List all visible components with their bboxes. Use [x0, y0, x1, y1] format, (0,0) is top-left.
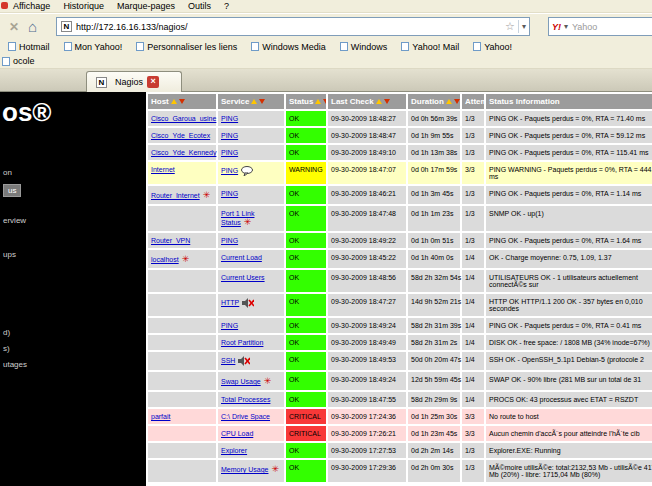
- table-row: parfait C:\ Drive Space CRITICAL 09-30-2…: [148, 409, 652, 424]
- attempt-cell: 1/3: [462, 443, 484, 458]
- service-link[interactable]: HTTP: [221, 299, 239, 306]
- sidebar-item-active[interactable]: us: [3, 184, 21, 197]
- status-info-cell: DISK OK - free space: / 1808 MB (34% ino…: [486, 335, 652, 350]
- menu-outils[interactable]: Outils: [188, 1, 211, 11]
- sort-ascending-icon[interactable]: [376, 99, 382, 104]
- nagios-sidebar: os® on us erview ups d) s) utages: [0, 92, 146, 486]
- bookmark-item[interactable]: Windows Media: [251, 42, 326, 52]
- home-icon[interactable]: ⌂: [28, 19, 37, 34]
- table-row: SSH OK 09-30-2009 18:49:53 50d 0h 20m 47…: [148, 352, 652, 370]
- sidebar-item[interactable]: d): [3, 328, 10, 337]
- host-link[interactable]: Cisco_Yde_Kennedy: [151, 149, 216, 156]
- service-link[interactable]: PING: [221, 115, 238, 122]
- search-engine-dropdown-icon[interactable]: ▾: [564, 22, 568, 31]
- service-link[interactable]: Current Load: [221, 254, 262, 261]
- bookmark-item[interactable]: ocole: [2, 56, 35, 66]
- sort-descending-icon[interactable]: [384, 99, 390, 104]
- comment-icon[interactable]: [241, 166, 255, 176]
- status-info-cell: PING OK - Paquets perdus = 0%, RTA = 115…: [486, 145, 652, 160]
- service-link[interactable]: Total Processes: [221, 396, 270, 403]
- sort-ascending-icon[interactable]: [315, 99, 321, 104]
- header-label: Duration: [411, 97, 444, 106]
- sort-ascending-icon[interactable]: [446, 99, 452, 104]
- sort-descending-icon[interactable]: [323, 99, 326, 104]
- service-link[interactable]: Memory Usage: [221, 466, 268, 473]
- status-info-cell: PING OK - Paquets perdus = 0%, RTA = 59.…: [486, 128, 652, 143]
- status-info-cell: PING WARNING - Paquets perdus = 0%, RTA …: [486, 162, 652, 184]
- tab-close-icon[interactable]: ×: [147, 76, 159, 88]
- menu-help[interactable]: ?: [224, 1, 229, 11]
- host-link[interactable]: localhost: [151, 256, 179, 263]
- bookmark-item[interactable]: Yahoo! Mail: [401, 42, 459, 52]
- bookmark-item[interactable]: Yahoo!: [473, 42, 512, 52]
- menu-affichage[interactable]: Affichage: [13, 1, 50, 11]
- service-link[interactable]: C:\ Drive Space: [221, 413, 270, 420]
- sidebar-item[interactable]: ups: [3, 250, 16, 259]
- service-link[interactable]: PING: [221, 149, 238, 156]
- sort-ascending-icon[interactable]: [171, 99, 177, 104]
- stop-icon[interactable]: ✕: [9, 20, 19, 34]
- sidebar-item[interactable]: erview: [3, 216, 26, 225]
- status-info-cell: PING OK - Paquets perdus = 0%, RTA = 1.6…: [486, 233, 652, 248]
- sort-descending-icon[interactable]: [454, 99, 460, 104]
- host-link[interactable]: Cisco_Yde_Ecotex: [151, 132, 210, 139]
- last-check-cell: 09-30-2009 18:45:22: [328, 250, 406, 268]
- bookmark-icon: [64, 42, 72, 51]
- browser-window: Affichage Historique Marque-pages Outils…: [0, 0, 652, 486]
- bookmark-icon: [340, 42, 348, 51]
- status-badge: OK: [286, 111, 326, 126]
- bookmark-item[interactable]: Personnaliser les liens: [136, 42, 237, 52]
- bookmark-star-icon[interactable]: ☆: [502, 20, 518, 33]
- bookmark-item[interactable]: Hotmail: [8, 42, 50, 52]
- host-link[interactable]: Router_VPN: [151, 237, 190, 244]
- service-link[interactable]: Swap Usage: [221, 378, 261, 385]
- service-link[interactable]: Explorer: [221, 447, 247, 454]
- status-badge: OK: [286, 460, 326, 482]
- attempt-cell: 1/4: [462, 250, 484, 268]
- last-check-cell: 09-30-2009 17:27:53: [328, 443, 406, 458]
- host-link[interactable]: parfait: [151, 413, 170, 420]
- last-check-cell: 09-30-2009 18:47:55: [328, 392, 406, 407]
- service-link[interactable]: PING: [221, 322, 238, 329]
- attempt-cell: 1/4: [462, 270, 484, 292]
- tab-bar: N Nagios ×: [0, 69, 652, 92]
- host-link[interactable]: Cisco_Garoua_usine: [151, 115, 216, 122]
- menu-historique[interactable]: Historique: [63, 1, 104, 11]
- service-link[interactable]: Root Partition: [221, 339, 263, 346]
- bookmark-item[interactable]: Mon Yahoo!: [64, 42, 123, 52]
- sidebar-item[interactable]: s): [3, 344, 10, 353]
- search-box[interactable]: Y! ▾ Yahoo: [548, 17, 652, 36]
- attempt-cell: 3/3: [462, 162, 484, 184]
- sidebar-item[interactable]: on: [3, 168, 12, 177]
- service-link[interactable]: SSH: [221, 357, 235, 364]
- bookmark-item[interactable]: Windows: [340, 42, 388, 52]
- status-badge: OK: [286, 392, 326, 407]
- last-check-cell: 09-30-2009 18:49:49: [328, 335, 406, 350]
- duration-cell: 0d 1h 23m 45s: [408, 426, 460, 441]
- sort-ascending-icon[interactable]: [251, 99, 257, 104]
- red-star-icon: ✳: [203, 190, 211, 200]
- tab-nagios[interactable]: N Nagios ×: [86, 71, 182, 92]
- service-link[interactable]: PING: [221, 167, 238, 174]
- status-badge: OK: [286, 206, 326, 231]
- service-link[interactable]: CPU Load: [221, 430, 253, 437]
- attempt-cell: 3/3: [462, 426, 484, 441]
- urlbar-dropdown-icon[interactable]: ▾: [518, 20, 529, 33]
- attempt-cell: 1/3: [462, 111, 484, 126]
- menu-marque-pages[interactable]: Marque-pages: [117, 1, 175, 11]
- service-link[interactable]: PING: [221, 132, 238, 139]
- sort-descending-icon[interactable]: [179, 99, 185, 104]
- service-link[interactable]: Current Users: [221, 274, 265, 281]
- search-input[interactable]: Yahoo: [572, 22, 597, 32]
- attempt-cell: 1/3: [462, 460, 484, 482]
- service-link[interactable]: PING: [221, 190, 238, 197]
- url-text[interactable]: http://172.16.16.133/nagios/: [76, 22, 188, 32]
- sort-descending-icon[interactable]: [259, 99, 265, 104]
- table-row: Cisco_Garoua_usine PING OK 09-30-2009 18…: [148, 111, 652, 126]
- host-link[interactable]: Internet: [151, 166, 175, 173]
- address-bar[interactable]: N http://172.16.16.133/nagios/ ☆ ▾: [56, 17, 530, 36]
- host-link[interactable]: Router_Internet: [151, 192, 200, 199]
- attempt-cell: 1/3: [462, 186, 484, 204]
- sidebar-item[interactable]: utages: [3, 360, 27, 369]
- service-link[interactable]: PING: [221, 237, 238, 244]
